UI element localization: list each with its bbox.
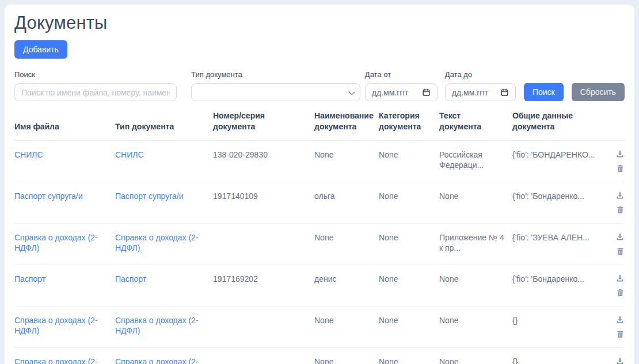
doc-type-link[interactable]: СНИЛС	[115, 150, 144, 159]
doc-number-cell	[213, 224, 314, 265]
documents-panel: Документы Добавить Поиск Тип документа Д…	[5, 5, 634, 364]
doc-type-link[interactable]: Паспорт	[115, 274, 146, 283]
doc-text-cell: None	[439, 182, 512, 224]
doc-type-select[interactable]	[191, 83, 360, 101]
col-doc-name: Наименование документа	[314, 105, 379, 141]
download-button[interactable]	[615, 191, 625, 200]
doc-category-cell: None	[379, 265, 439, 306]
trash-icon	[616, 332, 625, 340]
doc-number-cell	[213, 306, 314, 348]
download-icon	[615, 235, 625, 243]
doc-type-cell: Справка о доходах (2-НДФЛ)	[115, 306, 213, 348]
doc-common-data-cell: {'fio': 'ЗУЕВА АЛЕН...	[512, 224, 603, 265]
doc-common-data-cell: {'fio': 'Бондаренко...	[512, 265, 603, 306]
doc-common-data-cell: {'fio': 'Бондаренко...	[512, 182, 603, 224]
filters-bar: Поиск Тип документа Дата от дд.мм.гггг	[14, 70, 625, 101]
trash-icon	[616, 208, 625, 216]
doc-text-cell: Приложение № 4 к пр...	[439, 224, 512, 265]
file-name-link[interactable]: Справка о доходах (2-НДФЛ)	[14, 233, 98, 252]
file-name-cell: Справка о доходах (2-НДФЛ)	[14, 306, 115, 348]
calendar-icon[interactable]	[422, 88, 431, 97]
doc-type-link[interactable]: Паспорт супруга/и	[115, 191, 184, 201]
delete-button[interactable]	[616, 288, 625, 297]
doc-text-cell: None	[439, 348, 512, 364]
doc-common-data-cell: {}	[512, 306, 603, 348]
file-name-cell: Паспорт супруга/и	[14, 182, 115, 224]
doc-text-cell: None	[439, 306, 512, 348]
col-common-data: Общие данные документа	[512, 105, 603, 141]
date-from-label: Дата от	[365, 70, 438, 79]
file-name-cell: СНИЛС	[14, 141, 115, 182]
col-doc-type: Тип документа	[115, 105, 213, 141]
delete-button[interactable]	[616, 247, 625, 256]
col-doc-number: Номер/серия документа	[213, 105, 314, 141]
doc-common-data-cell: {}	[512, 348, 603, 364]
doc-type-link[interactable]: Справка о доходах (2-НДФЛ)	[115, 316, 199, 335]
documents-table: Имя файла Тип документа Номер/серия доку…	[14, 105, 625, 364]
doc-type-cell: Паспорт супруга/и	[115, 182, 213, 224]
date-to-label: Дата до	[445, 70, 516, 79]
file-name-link[interactable]: СНИЛС	[14, 150, 43, 159]
doc-type-link[interactable]: Справка о доходах (2-НДФЛ)	[115, 233, 199, 252]
delete-button[interactable]	[616, 164, 625, 173]
table-row: Паспорт Паспорт 1917169202 денис None No…	[14, 265, 625, 306]
download-icon	[615, 276, 625, 285]
file-name-cell: Паспорт	[14, 265, 115, 306]
doc-type-cell: Справка о доходах (2-НДФЛ)	[115, 224, 213, 265]
delete-button[interactable]	[616, 329, 625, 339]
file-name-link[interactable]: Справка о доходах (2-НДФЛ)	[14, 357, 98, 364]
date-from-input[interactable]: дд.мм.гггг	[365, 83, 438, 101]
doc-category-cell: None	[379, 182, 439, 224]
download-button[interactable]	[615, 315, 625, 324]
doc-type-label: Тип документа	[191, 70, 360, 79]
search-label: Поиск	[14, 70, 177, 79]
date-from-value: дд.мм.гггг	[372, 88, 409, 97]
doc-type-link[interactable]: Справка о доходах (2-НДФЛ)	[115, 357, 199, 364]
doc-number-cell	[213, 348, 314, 364]
table-header: Имя файла Тип документа Номер/серия доку…	[14, 105, 625, 141]
add-button[interactable]: Добавить	[14, 40, 67, 59]
file-name-cell: Справка о доходах (2-НДФЛ)	[14, 224, 115, 265]
calendar-icon[interactable]	[500, 88, 509, 97]
trash-icon	[616, 290, 625, 299]
download-button[interactable]	[615, 357, 625, 364]
chevron-down-icon	[349, 88, 355, 94]
col-file-name: Имя файла	[14, 105, 115, 141]
col-actions	[603, 105, 625, 141]
file-name-cell: Справка о доходах (2-НДФЛ)	[14, 348, 115, 364]
doc-name-cell: None	[314, 348, 379, 364]
date-to-value: дд.мм.гггг	[452, 88, 489, 97]
file-name-link[interactable]: Паспорт супруга/и	[14, 191, 83, 201]
search-field: Поиск	[14, 70, 177, 101]
file-name-link[interactable]: Справка о доходах (2-НДФЛ)	[14, 316, 98, 335]
reset-button[interactable]: Сбросить	[572, 83, 625, 101]
doc-name-cell: None	[314, 141, 379, 182]
date-from-field: Дата от дд.мм.гггг	[365, 70, 438, 101]
download-icon	[615, 317, 625, 326]
table-row: Справка о доходах (2-НДФЛ) Справка о дох…	[14, 348, 625, 364]
file-name-link[interactable]: Паспорт	[14, 274, 45, 283]
search-input[interactable]	[14, 83, 177, 101]
delete-button[interactable]	[616, 205, 625, 214]
doc-type-cell: Паспорт	[115, 265, 213, 306]
doc-name-cell: денис	[314, 265, 379, 306]
search-button[interactable]: Поиск	[524, 83, 564, 101]
download-button[interactable]	[615, 274, 625, 283]
table-row: Справка о доходах (2-НДФЛ) Справка о дох…	[14, 306, 625, 348]
download-button[interactable]	[615, 232, 625, 242]
page-title: Документы	[14, 13, 625, 33]
row-actions-cell	[603, 224, 625, 265]
download-button[interactable]	[615, 150, 625, 159]
trash-icon	[616, 166, 625, 175]
row-actions-cell	[603, 265, 625, 306]
doc-category-cell: None	[379, 141, 439, 182]
date-to-field: Дата до дд.мм.гггг	[445, 70, 516, 101]
documents-table-body: СНИЛС СНИЛС 138-020-29830 None None Росс…	[14, 141, 625, 364]
table-row: Справка о доходах (2-НДФЛ) Справка о дох…	[14, 224, 625, 265]
table-row: СНИЛС СНИЛС 138-020-29830 None None Росс…	[14, 141, 625, 182]
doc-text-cell: None	[439, 265, 512, 306]
doc-text-cell: Российская Федераци...	[439, 141, 512, 182]
date-to-input[interactable]: дд.мм.гггг	[445, 83, 516, 101]
col-doc-text: Текст документа	[439, 105, 512, 141]
download-icon	[615, 152, 625, 160]
